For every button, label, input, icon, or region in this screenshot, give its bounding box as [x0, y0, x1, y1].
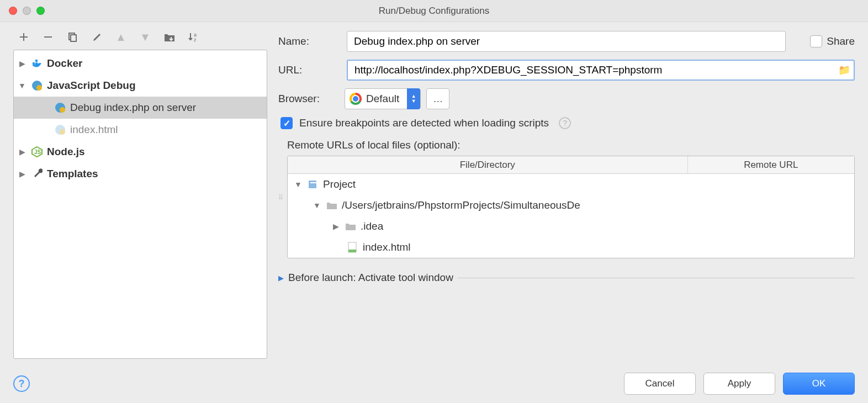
col-remote-url[interactable]: Remote URL — [688, 156, 854, 173]
disclosure-icon[interactable]: ▼ — [312, 201, 322, 210]
file-tree-label: Project — [323, 178, 356, 190]
help-button[interactable]: ? — [13, 375, 30, 392]
share-checkbox[interactable] — [810, 35, 822, 47]
ok-button[interactable]: OK — [783, 373, 855, 395]
window-title: Run/Debug Configurations — [0, 6, 868, 17]
url-label: URL: — [278, 64, 339, 76]
move-up-icon[interactable]: ▲ — [114, 30, 128, 44]
svg-point-10 — [60, 107, 65, 113]
svg-rect-4 — [33, 62, 35, 65]
file-tree-label: index.html — [363, 241, 411, 253]
tree-label: Node.js — [47, 146, 85, 158]
tree-node-debug-index-php[interactable]: Debug index.php on server — [14, 97, 267, 119]
move-down-icon[interactable]: ▼ — [138, 30, 152, 44]
disclosure-icon[interactable]: ▶ — [17, 147, 27, 156]
chrome-icon — [350, 93, 362, 105]
name-label: Name: — [278, 35, 339, 47]
browser-select[interactable]: Default ▲▼ — [345, 88, 421, 109]
disclosure-icon[interactable]: ▶ — [331, 222, 341, 231]
disclosure-icon[interactable]: ▶ — [17, 169, 27, 178]
apply-button[interactable]: Apply — [703, 373, 775, 395]
configurations-tree[interactable]: ▶ Docker ▼ JavaScript Debug Debug index.… — [13, 50, 267, 359]
add-icon[interactable] — [17, 30, 31, 44]
file-tree-label: .idea — [361, 220, 383, 232]
tree-label: Templates — [47, 168, 98, 180]
svg-rect-15 — [309, 181, 316, 188]
js-debug-icon — [30, 79, 44, 92]
configuration-editor: Name: Share URL: 📁 Browser: Default — [278, 28, 855, 359]
folder-icon — [325, 199, 338, 212]
name-input[interactable] — [347, 31, 786, 52]
before-launch-label: Before launch: Activate tool window — [288, 272, 453, 284]
svg-point-8 — [36, 85, 42, 91]
save-config-icon[interactable] — [162, 30, 177, 44]
svg-rect-1 — [71, 35, 76, 41]
browser-ellipsis-button[interactable]: … — [426, 88, 449, 109]
tree-node-index-html[interactable]: index.html — [14, 119, 267, 141]
file-tree-row[interactable]: ▼ /Users/jetbrains/PhpstormProjects/Simu… — [288, 195, 854, 216]
file-tree-row[interactable]: ▶ .idea — [288, 216, 854, 237]
remove-icon[interactable] — [41, 30, 55, 44]
tree-label: Debug index.php on server — [70, 102, 196, 114]
tree-node-docker[interactable]: ▶ Docker — [14, 52, 267, 75]
cancel-button[interactable]: Cancel — [624, 373, 696, 395]
wrench-icon — [30, 167, 44, 181]
col-file-directory[interactable]: File/Directory — [288, 156, 688, 173]
svg-rect-16 — [310, 182, 316, 183]
tree-label: Docker — [47, 57, 82, 70]
browser-label: Browser: — [278, 93, 339, 105]
tree-label: index.html — [70, 124, 118, 136]
copy-icon[interactable] — [65, 30, 80, 44]
svg-point-12 — [60, 129, 65, 135]
tree-node-javascript-debug[interactable]: ▼ JavaScript Debug — [14, 75, 267, 97]
js-debug-icon — [54, 123, 67, 136]
dialog-footer: ? Cancel Apply OK — [0, 364, 868, 403]
disclosure-icon[interactable]: ▼ — [17, 81, 27, 90]
tree-node-nodejs[interactable]: ▶ JS Node.js — [14, 141, 267, 163]
browser-selected: Default — [366, 93, 403, 105]
js-debug-icon — [54, 101, 67, 114]
sort-icon[interactable]: az — [187, 30, 201, 44]
select-arrows-icon: ▲▼ — [407, 88, 420, 109]
settings-icon[interactable] — [89, 30, 104, 44]
remote-urls-label: Remote URLs of local files (optional): — [287, 137, 855, 151]
titlebar: Run/Debug Configurations — [0, 0, 868, 22]
section-divider — [458, 278, 855, 278]
sidebar-toolbar: ▲ ▼ az — [13, 28, 267, 50]
file-tree-row[interactable]: index.html — [288, 237, 854, 258]
svg-text:z: z — [194, 37, 197, 43]
disclosure-icon[interactable]: ▶ — [17, 59, 27, 68]
breakpoints-label: Ensure breakpoints are detected when loa… — [299, 117, 549, 129]
remote-urls-table: File/Directory Remote URL ▼ Project ▼ — [287, 156, 855, 258]
project-icon — [306, 178, 320, 191]
svg-rect-18 — [348, 250, 356, 252]
table-body[interactable]: ▼ Project ▼ /Users/jetbrains/PhpstormPro… — [288, 174, 854, 258]
nodejs-icon: JS — [30, 145, 44, 158]
table-header: File/Directory Remote URL — [288, 156, 854, 174]
configurations-sidebar: ▲ ▼ az ▶ Docker ▼ JavaScript Debug — [13, 28, 267, 359]
tree-node-templates[interactable]: ▶ Templates — [14, 163, 267, 185]
before-launch-section[interactable]: ▶ Before launch: Activate tool window — [278, 272, 855, 284]
url-input[interactable] — [347, 60, 855, 81]
svg-rect-6 — [35, 60, 38, 62]
tree-label: JavaScript Debug — [47, 79, 136, 92]
run-debug-configurations-dialog: Run/Debug Configurations ▲ ▼ az ▶ Docker — [0, 0, 868, 403]
file-tree-row[interactable]: ▼ Project — [288, 174, 854, 195]
drag-handle-icon[interactable]: ⠿ — [278, 137, 284, 258]
folder-icon — [344, 220, 357, 233]
chevron-right-icon: ▶ — [278, 274, 284, 282]
svg-text:JS: JS — [34, 149, 41, 155]
breakpoints-checkbox[interactable]: ✓ — [280, 117, 293, 129]
html-file-icon — [346, 241, 359, 254]
disclosure-icon[interactable]: ▼ — [293, 180, 303, 189]
docker-icon — [30, 57, 44, 70]
file-tree-label: /Users/jetbrains/PhpstormProjects/Simult… — [342, 199, 580, 211]
browse-folder-icon[interactable]: 📁 — [838, 64, 850, 76]
help-hint-icon[interactable]: ? — [559, 117, 571, 129]
share-label: Share — [827, 35, 855, 47]
